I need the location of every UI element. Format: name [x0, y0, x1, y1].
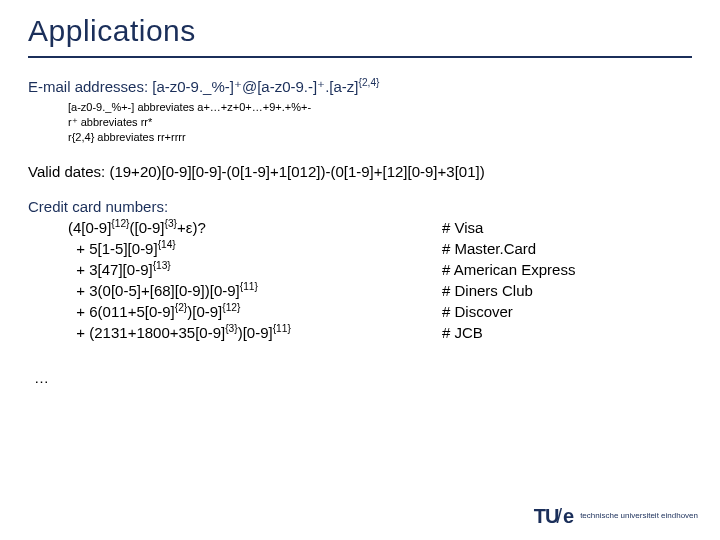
cc-label-2: # American Express — [442, 259, 602, 280]
ellipsis: … — [34, 369, 692, 386]
cc-heading: Credit card numbers: — [28, 198, 692, 215]
cc-label-3: # Diners Club — [442, 280, 602, 301]
cc-label-0: # Visa — [442, 217, 602, 238]
logo-slash: / — [556, 505, 562, 528]
cc-line-2: + 3[47][0-9]{13} — [68, 259, 442, 280]
cc-patterns: (4[0-9]{12}([0-9]{3}+ε)? + 5[1-5][0-9]{1… — [28, 217, 442, 343]
logo-e: e — [563, 505, 574, 528]
cc-line-5: + (2131+1800+35[0-9]{3})[0-9]{11} — [68, 322, 442, 343]
cc-section: Credit card numbers: (4[0-9]{12}([0-9]{3… — [28, 198, 692, 343]
cc-line-0: (4[0-9]{12}([0-9]{3}+ε)? — [68, 217, 442, 238]
logo-tu: TU — [534, 505, 559, 528]
cc-line-3: + 3(0[0-5]+[68][0-9])[0-9]{11} — [68, 280, 442, 301]
email-heading-sup: {2,4} — [359, 77, 380, 88]
cc-line-1: + 5[1-5][0-9]{14} — [68, 238, 442, 259]
page-title: Applications — [28, 14, 692, 54]
cc-line-4: + 6(011+5[0-9]{2})[0-9]{12} — [68, 301, 442, 322]
cc-labels: # Visa # Master.Card # American Express … — [442, 217, 602, 343]
email-sub-2: r{2,4} abbreviates rr+rrrr — [68, 130, 692, 145]
email-heading-regex: [a-z0-9._%-]⁺@[a-z0-9.-]⁺.[a-z] — [152, 78, 358, 95]
email-section: E-mail addresses: [a-z0-9._%-]⁺@[a-z0-9.… — [28, 78, 692, 145]
cc-label-4: # Discover — [442, 301, 602, 322]
email-heading: E-mail addresses: [a-z0-9._%-]⁺@[a-z0-9.… — [28, 78, 692, 96]
email-heading-prefix: E-mail addresses: — [28, 78, 152, 95]
email-sub-1: r⁺ abbreviates rr* — [68, 115, 692, 130]
title-rule — [28, 56, 692, 58]
cc-label-1: # Master.Card — [442, 238, 602, 259]
valid-dates-line: Valid dates: (19+20)[0-9][0-9]-(0[1-9]+1… — [28, 163, 692, 180]
cc-label-5: # JCB — [442, 322, 602, 343]
logo-subtitle: technische universiteit eindhoven — [580, 512, 698, 520]
footer-logo: TU/e technische universiteit eindhoven — [534, 505, 698, 528]
email-sub-0: [a-z0-9._%+-] abbreviates a+…+z+0+…+9+.+… — [68, 100, 692, 115]
